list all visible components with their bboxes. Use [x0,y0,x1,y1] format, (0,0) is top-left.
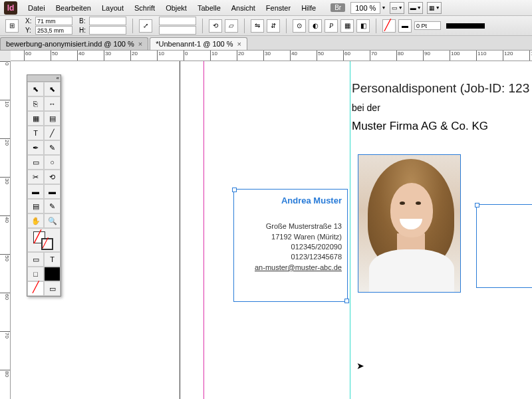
w-field[interactable] [89,17,126,25]
zoom-tool[interactable]: 🔍 [44,213,61,228]
content-placer-tool[interactable]: ▤ [44,111,61,126]
tab-bewerbung[interactable]: bewerbung-anonymisiert.indd @ 100 %× [0,37,148,50]
toolbox[interactable]: « ⬉ ⬉ ⎘ ↔ ▦ ▤ T ╱ ✒ ✎ ▭ ○ ✂ ⟲ ▬ ▬ ▤ ✎ ✋ … [27,74,61,297]
x-label: X: [25,17,33,25]
menu-fenster[interactable]: Fenster [261,2,296,14]
cursor-icon: ➤ [356,360,364,371]
apply-color[interactable] [44,267,61,281]
hand-tool[interactable]: ✋ [27,213,44,228]
stroke-swatch[interactable]: ▬ [398,19,412,33]
scale-y-field[interactable] [159,26,196,35]
fx-icon-2[interactable]: ◐ [309,19,322,33]
pen-tool[interactable]: ✒ [27,140,44,155]
pencil-tool[interactable]: ✎ [44,140,61,155]
photo-frame[interactable] [358,154,461,293]
document-tabs: bewerbung-anonymisiert.indd @ 100 %× *Un… [0,36,532,51]
apply-none[interactable]: □ [27,267,44,281]
ellipse-tool[interactable]: ○ [44,155,61,170]
bridge-chip[interactable]: Br [331,3,345,12]
note-tool[interactable]: ▤ [27,199,44,213]
ruler-horizontal[interactable]: 6050403020100102030405060708090100110120… [11,51,532,61]
address-line-2: 17192 Waren (Müritz) [239,232,342,242]
menu-objekt[interactable]: Objekt [160,2,192,14]
address-line-1: Große Musterstraße 13 [239,221,342,231]
shear-icon[interactable]: ▱ [225,19,238,33]
close-icon[interactable]: × [237,40,241,48]
toolbox-header[interactable]: « [27,75,61,82]
menu-layout[interactable]: Layout [96,2,129,14]
h-label: H: [79,27,87,34]
gap-tool[interactable]: ↔ [44,96,61,111]
selection-tool[interactable]: ⬉ [27,82,44,96]
scale-x-field[interactable] [159,17,196,25]
page-tool[interactable]: ⎘ [27,96,44,111]
menubar: Id Datei Bearbeiten Layout Schrift Objek… [0,0,532,16]
photo-placeholder [358,155,460,292]
rectangle-frame-tool[interactable]: ▭ [27,155,44,170]
stroke-weight-field[interactable]: 0 Pt [414,21,441,30]
formatting-text[interactable]: T [44,252,61,267]
frame-right[interactable] [476,204,532,288]
fill-swatch[interactable]: ╱ [382,19,396,33]
eyedropper-tool[interactable]: ✎ [44,199,61,213]
page-edge [180,61,180,399]
phone-1: 012345/202090 [239,242,342,252]
menu-hilfe[interactable]: Hilfe [296,2,321,14]
collapse-icon[interactable]: « [57,75,59,81]
scale-icon[interactable]: ⤢ [139,19,152,33]
w-label: B: [79,17,87,25]
y-label: Y: [25,27,33,34]
job-title-text: Personaldisponent (Job-ID: 123 [352,81,529,96]
view-mode[interactable]: ▭ [44,281,61,296]
guide-magenta[interactable] [203,61,204,399]
control-bar: ⊞ X:71 mm Y:253,5 mm B: H: ⤢ ⟲ ▱ ⇋ ⇵ ⊙ ◐… [0,16,532,36]
zoom-dropdown-icon[interactable]: ▼ [381,5,386,10]
canvas[interactable]: 01020304050607080 Personaldisponent (Job… [11,61,532,399]
direct-selection-tool[interactable]: ⬉ [44,82,61,96]
flip-h-icon[interactable]: ⇋ [251,19,264,33]
tab-unbenannt[interactable]: *Unbenannt-1 @ 100 %× [150,37,247,50]
close-icon[interactable]: × [138,40,142,48]
screen-mode-button[interactable]: ▬▼ [408,2,423,14]
firma-text: Muster Firma AG & Co. KG [352,120,488,133]
formatting-container[interactable]: ▭ [27,252,44,267]
stroke-style[interactable] [446,23,485,29]
gradient-swatch-tool[interactable]: ▬ [27,184,44,199]
x-field[interactable]: 71 mm [35,17,72,25]
h-field[interactable] [89,26,126,35]
ref-point-icon[interactable]: ⊞ [5,19,19,33]
guide-cyan[interactable] [350,61,350,399]
zoom-field[interactable]: 100 % [350,2,380,14]
wrap-icon[interactable]: ▦ [340,19,354,33]
bei-text: bei der [352,102,380,113]
ruler-vertical[interactable]: 01020304050607080 [0,61,11,399]
app-icon: Id [4,1,17,15]
arrange-button[interactable]: ▦▼ [427,2,442,14]
menu-tabelle[interactable]: Tabelle [192,2,226,14]
content-collector-tool[interactable]: ▦ [27,111,44,126]
apply-gradient[interactable]: ╱ [27,281,44,296]
view-mode-button[interactable]: ▭▼ [390,2,404,14]
applicant-name: Andrea Muster [239,195,342,207]
flip-v-icon[interactable]: ⇵ [267,19,280,33]
fill-stroke-swap[interactable]: ╱ ╱ [27,228,61,252]
phone-2: 0123/12345678 [239,252,342,262]
gradient-feather-tool[interactable]: ▬ [44,184,61,199]
menu-datei[interactable]: Datei [23,2,51,14]
p-icon[interactable]: P [325,19,338,33]
y-field[interactable]: 253,5 mm [35,26,72,35]
scissors-tool[interactable]: ✂ [27,170,44,184]
corner-icon[interactable]: ◧ [356,19,370,33]
menu-schrift[interactable]: Schrift [129,2,160,14]
type-tool[interactable]: T [27,126,44,140]
fx-icon-1[interactable]: ⊙ [293,19,306,33]
rotate-icon[interactable]: ⟲ [209,19,222,33]
text-frame-address[interactable]: Andrea Muster Große Musterstraße 13 1719… [233,189,348,302]
menu-bearbeiten[interactable]: Bearbeiten [51,2,96,14]
menu-ansicht[interactable]: Ansicht [226,2,261,14]
line-tool[interactable]: ╱ [44,126,61,140]
free-transform-tool[interactable]: ⟲ [44,170,61,184]
email: an-muster@muster-abc.de [239,263,342,273]
